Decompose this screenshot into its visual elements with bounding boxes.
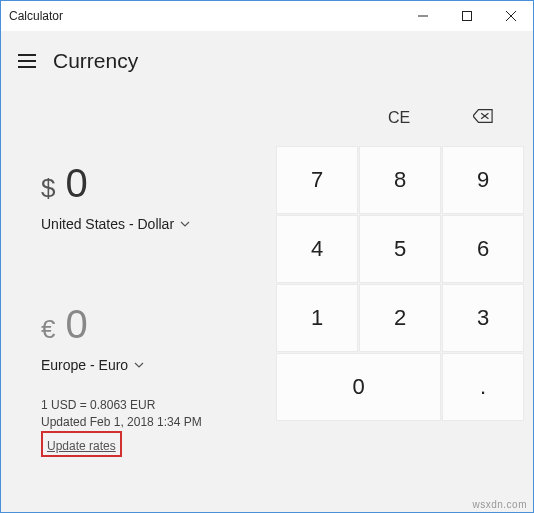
backspace-icon: [473, 109, 493, 127]
key-1[interactable]: 1: [277, 285, 357, 351]
to-symbol: €: [41, 314, 55, 345]
content: $ 0 United States - Dollar € 0 Europe - …: [1, 81, 533, 512]
from-currency-select[interactable]: United States - Dollar: [11, 216, 265, 232]
key-2[interactable]: 2: [360, 285, 440, 351]
app-window: Calculator Currency $ 0 Unite: [0, 0, 534, 513]
key-8[interactable]: 8: [360, 147, 440, 213]
close-button[interactable]: [489, 1, 533, 31]
window-title: Calculator: [1, 9, 401, 23]
hamburger-menu-button[interactable]: [7, 41, 47, 81]
maximize-button[interactable]: [445, 1, 489, 31]
key-0[interactable]: 0: [277, 354, 440, 420]
to-value: 0: [65, 302, 87, 347]
rate-info: 1 USD = 0.8063 EUR Updated Feb 1, 2018 1…: [11, 397, 265, 457]
from-value-row[interactable]: $ 0: [11, 161, 265, 206]
rate-line: 1 USD = 0.8063 EUR: [41, 397, 265, 414]
from-value: 0: [65, 161, 87, 206]
update-rates-link[interactable]: Update rates: [47, 438, 116, 455]
to-currency-select[interactable]: Europe - Euro: [11, 357, 265, 373]
page-title: Currency: [53, 49, 138, 73]
rate-updated: Updated Feb 1, 2018 1:34 PM: [41, 414, 265, 431]
watermark: wsxdn.com: [472, 499, 527, 510]
key-7[interactable]: 7: [277, 147, 357, 213]
chevron-down-icon: [180, 216, 190, 232]
keypad-grid: 7 8 9 4 5 6 1 2 3 0 .: [265, 147, 523, 420]
key-3[interactable]: 3: [443, 285, 523, 351]
key-decimal[interactable]: .: [443, 354, 523, 420]
chevron-down-icon: [134, 357, 144, 373]
keypad-panel: CE 7 8 9 4 5 6 1: [265, 81, 523, 504]
backspace-button[interactable]: [443, 93, 523, 143]
key-4[interactable]: 4: [277, 216, 357, 282]
minimize-button[interactable]: [401, 1, 445, 31]
key-6[interactable]: 6: [443, 216, 523, 282]
to-value-row[interactable]: € 0: [11, 302, 265, 347]
clear-entry-button[interactable]: CE: [359, 93, 439, 143]
from-symbol: $: [41, 173, 55, 204]
highlight-box: Update rates: [41, 431, 122, 458]
titlebar: Calculator: [1, 1, 533, 31]
keypad-util-row: CE: [265, 93, 523, 143]
header: Currency: [1, 31, 533, 81]
key-5[interactable]: 5: [360, 216, 440, 282]
to-currency-label: Europe - Euro: [41, 357, 128, 373]
from-currency-label: United States - Dollar: [41, 216, 174, 232]
currency-panel: $ 0 United States - Dollar € 0 Europe - …: [11, 81, 265, 504]
svg-rect-1: [463, 12, 472, 21]
key-9[interactable]: 9: [443, 147, 523, 213]
